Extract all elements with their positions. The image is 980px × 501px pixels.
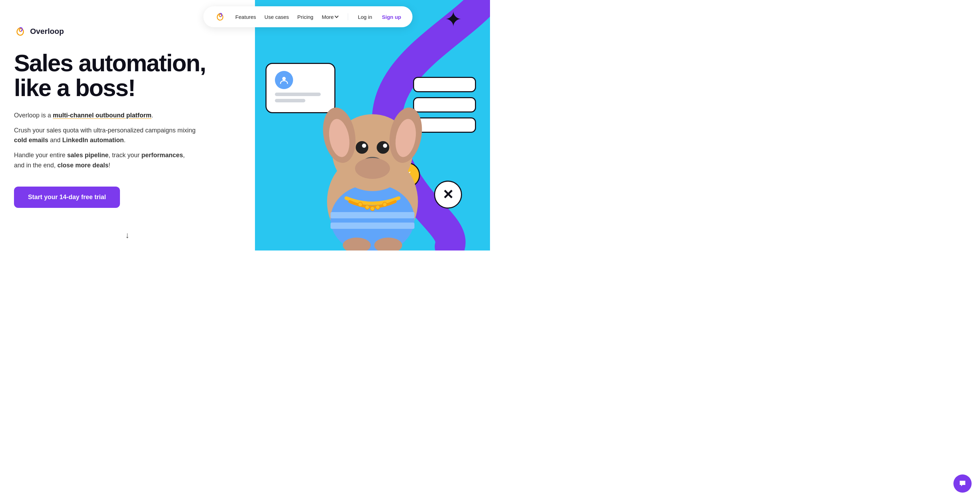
chevron-down-icon [334, 14, 338, 18]
hero-content: Sales automation, like a boss! Overloop … [14, 51, 241, 208]
navbar-logo [215, 11, 226, 22]
navbar-logo-icon [215, 11, 226, 22]
left-section: Overloop Sales automation, like a boss! … [0, 0, 255, 251]
profile-line-2 [275, 99, 306, 102]
svg-point-11 [377, 141, 389, 154]
nav-features[interactable]: Features [235, 14, 256, 20]
hero-title: Sales automation, like a boss! [14, 51, 241, 101]
nav-divider [348, 13, 348, 20]
svg-rect-3 [331, 212, 414, 218]
svg-point-15 [355, 158, 390, 179]
right-section: ✦ || ✓ ✕ [255, 0, 490, 251]
cta-button[interactable]: Start your 14-day free trial [14, 187, 120, 208]
profile-avatar [275, 71, 293, 89]
nav-login[interactable]: Log in [358, 14, 372, 20]
dog-svg [311, 48, 434, 251]
brand-logo: Overloop [14, 25, 64, 38]
nav-usecases[interactable]: Use cases [264, 14, 289, 20]
nav-links: Features Use cases Pricing More [235, 14, 338, 20]
svg-rect-4 [331, 222, 414, 229]
hero-description-1: Overloop is a multi-channel outbound pla… [14, 110, 196, 120]
svg-point-16 [358, 202, 362, 206]
svg-point-20 [383, 202, 387, 206]
svg-point-19 [375, 205, 380, 209]
brand-logo-icon [14, 25, 27, 38]
brand-name: Overloop [30, 27, 64, 36]
dog-illustration [311, 48, 434, 251]
profile-avatar-icon [279, 75, 289, 85]
svg-point-12 [362, 144, 366, 148]
svg-point-10 [356, 141, 368, 154]
nav-signup[interactable]: Sign up [382, 14, 401, 20]
x-icon: ✕ [434, 181, 462, 209]
scroll-arrow[interactable]: ↓ [125, 230, 129, 240]
hero-description-2: Crush your sales quota with ultra-person… [14, 125, 196, 146]
hero-description-3: Handle your entire sales pipeline, track… [14, 150, 196, 171]
nav-pricing[interactable]: Pricing [297, 14, 313, 20]
svg-point-18 [371, 206, 375, 211]
svg-point-0 [282, 77, 286, 80]
svg-point-13 [383, 144, 387, 148]
svg-point-17 [365, 205, 369, 209]
navbar: Features Use cases Pricing More Log in S… [203, 6, 412, 27]
platform-link[interactable]: multi-channel outbound platform [53, 112, 151, 119]
sparkle-decoration: ✦ [444, 7, 462, 32]
page-wrapper: Overloop Sales automation, like a boss! … [0, 0, 490, 251]
nav-more[interactable]: More [322, 14, 338, 20]
